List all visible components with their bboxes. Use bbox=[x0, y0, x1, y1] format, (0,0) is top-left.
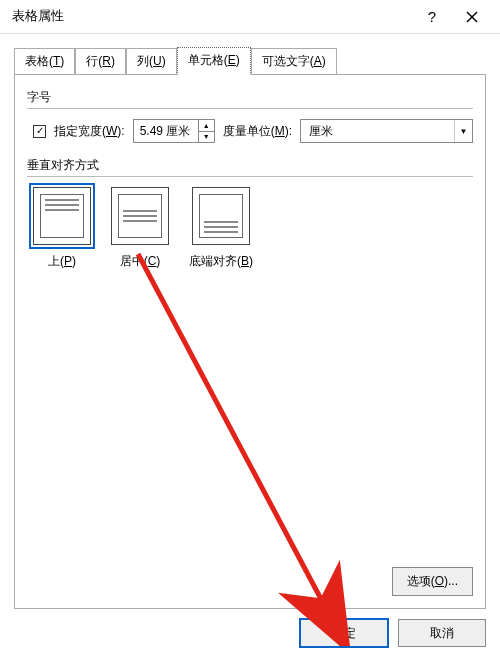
valign-center-button[interactable] bbox=[111, 187, 169, 245]
measure-unit-value: 厘米 bbox=[301, 123, 454, 140]
tab-cell[interactable]: 单元格(E) bbox=[177, 47, 251, 75]
valign-top-button[interactable] bbox=[33, 187, 91, 245]
valign-bottom-label: 底端对齐(B) bbox=[189, 253, 253, 270]
titlebar: 表格属性 ? bbox=[0, 0, 500, 34]
tab-panel-cell: 字号 ✓ 指定宽度(W): 5.49 厘米 ▲ ▼ 度量单位(M): 厘米 ▼ … bbox=[14, 74, 486, 609]
close-icon bbox=[466, 11, 478, 23]
preferred-width-checkbox[interactable]: ✓ bbox=[33, 125, 46, 138]
width-value[interactable]: 5.49 厘米 bbox=[134, 120, 198, 142]
spinner-up[interactable]: ▲ bbox=[199, 120, 214, 132]
valign-bottom-icon bbox=[199, 194, 243, 238]
window-title: 表格属性 bbox=[12, 8, 412, 25]
help-button[interactable]: ? bbox=[412, 0, 452, 34]
tab-table[interactable]: 表格(T) bbox=[14, 48, 75, 75]
cancel-button[interactable]: 取消 bbox=[398, 619, 486, 647]
chevron-down-icon[interactable]: ▼ bbox=[454, 120, 472, 142]
tab-strip: 表格(T) 行(R) 列(U) 单元格(E) 可选文字(A) bbox=[0, 34, 500, 74]
valign-top-label: 上(P) bbox=[48, 253, 76, 270]
measure-unit-label: 度量单位(M): bbox=[223, 123, 292, 140]
size-row: ✓ 指定宽度(W): 5.49 厘米 ▲ ▼ 度量单位(M): 厘米 ▼ bbox=[33, 119, 473, 143]
tab-column[interactable]: 列(U) bbox=[126, 48, 177, 75]
width-spinner[interactable]: 5.49 厘米 ▲ ▼ bbox=[133, 119, 215, 143]
valign-center-icon bbox=[118, 194, 162, 238]
measure-unit-combo[interactable]: 厘米 ▼ bbox=[300, 119, 473, 143]
spinner-down[interactable]: ▼ bbox=[199, 132, 214, 143]
valign-item-center: 居中(C) bbox=[111, 187, 169, 270]
valign-top-icon bbox=[40, 194, 84, 238]
divider bbox=[27, 176, 473, 177]
dialog-footer: 确定 取消 bbox=[300, 619, 486, 647]
ok-button[interactable]: 确定 bbox=[300, 619, 388, 647]
tab-row[interactable]: 行(R) bbox=[75, 48, 126, 75]
close-button[interactable] bbox=[452, 0, 492, 34]
valign-item-bottom: 底端对齐(B) bbox=[189, 187, 253, 270]
valign-row: 上(P) 居中(C) 底端对齐(B) bbox=[33, 187, 473, 270]
options-button[interactable]: 选项(O)... bbox=[392, 567, 473, 596]
valign-group-label: 垂直对齐方式 bbox=[27, 157, 473, 174]
size-group-label: 字号 bbox=[27, 89, 473, 106]
valign-item-top: 上(P) bbox=[33, 187, 91, 270]
divider bbox=[27, 108, 473, 109]
tab-alttext[interactable]: 可选文字(A) bbox=[251, 48, 337, 75]
valign-center-label: 居中(C) bbox=[120, 253, 161, 270]
preferred-width-label: 指定宽度(W): bbox=[54, 123, 125, 140]
valign-bottom-button[interactable] bbox=[192, 187, 250, 245]
